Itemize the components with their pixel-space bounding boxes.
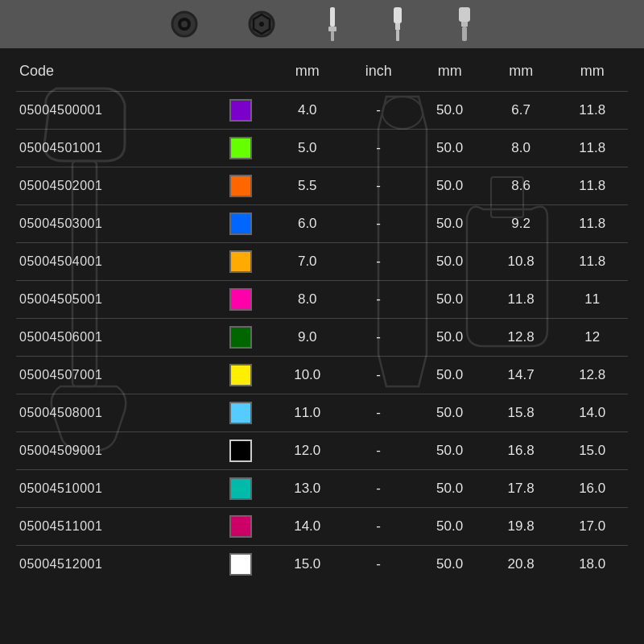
cell-inch: - bbox=[343, 243, 414, 281]
cell-mm4: 15.0 bbox=[556, 432, 628, 470]
cell-mm3: 19.8 bbox=[485, 508, 557, 546]
cell-mm2: 50.0 bbox=[414, 432, 485, 470]
driver-icon-1 bbox=[324, 7, 341, 41]
color-swatch bbox=[229, 440, 252, 462]
col-inch: inch bbox=[343, 56, 414, 92]
cell-color bbox=[209, 357, 272, 394]
cell-mm1: 12.0 bbox=[272, 432, 344, 470]
cell-mm2: 50.0 bbox=[414, 546, 485, 584]
svg-point-2 bbox=[181, 21, 188, 27]
cell-mm2: 50.0 bbox=[414, 205, 485, 243]
color-swatch bbox=[229, 250, 252, 273]
color-swatch bbox=[229, 213, 252, 235]
cell-mm2: 50.0 bbox=[414, 92, 485, 130]
cell-mm1: 5.5 bbox=[272, 167, 344, 205]
cell-mm3: 8.6 bbox=[485, 167, 557, 205]
tool-icon-4[interactable] bbox=[389, 7, 407, 41]
table-row: 05004508001 11.0 - 50.0 15.8 14.0 bbox=[16, 394, 628, 432]
tool-icon-2[interactable] bbox=[247, 10, 276, 39]
cell-code: 05004508001 bbox=[16, 394, 209, 432]
cell-color bbox=[209, 281, 272, 319]
cell-color bbox=[209, 432, 272, 470]
cell-mm2: 50.0 bbox=[414, 394, 485, 432]
cell-inch: - bbox=[343, 319, 414, 357]
cell-mm3: 11.8 bbox=[485, 281, 557, 319]
cell-inch: - bbox=[343, 508, 414, 546]
cell-code: 05004504001 bbox=[16, 243, 209, 281]
cell-color bbox=[209, 205, 272, 243]
cell-mm3: 8.0 bbox=[485, 130, 557, 167]
cell-mm1: 9.0 bbox=[272, 319, 344, 357]
tool-icon-3[interactable] bbox=[324, 7, 341, 41]
cell-inch: - bbox=[343, 205, 414, 243]
color-swatch bbox=[229, 477, 252, 500]
cell-mm2: 50.0 bbox=[414, 167, 485, 205]
cell-mm2: 50.0 bbox=[414, 243, 485, 281]
cell-inch: - bbox=[343, 394, 414, 432]
table-row: 05004510001 13.0 - 50.0 17.8 16.0 bbox=[16, 470, 628, 508]
cell-mm2: 50.0 bbox=[414, 281, 485, 319]
cell-mm3: 9.2 bbox=[485, 205, 557, 243]
cell-mm4: 11 bbox=[556, 281, 628, 319]
cell-mm4: 16.0 bbox=[556, 470, 628, 508]
color-swatch bbox=[229, 288, 252, 311]
driver-icon-2 bbox=[389, 7, 407, 41]
cell-mm3: 10.8 bbox=[485, 243, 557, 281]
cell-code: 05004511001 bbox=[16, 508, 209, 546]
svg-rect-10 bbox=[395, 23, 400, 30]
cell-inch: - bbox=[343, 92, 414, 130]
cell-code: 05004505001 bbox=[16, 281, 209, 319]
color-swatch bbox=[229, 175, 252, 197]
color-swatch bbox=[229, 553, 252, 576]
cell-color bbox=[209, 319, 272, 357]
cell-mm1: 11.0 bbox=[272, 394, 344, 432]
col-mm1: mm bbox=[272, 56, 344, 92]
table-row: 05004503001 6.0 - 50.0 9.2 11.8 bbox=[16, 205, 628, 243]
table-row: 05004500001 4.0 - 50.0 6.7 11.8 bbox=[16, 92, 628, 130]
cell-code: 05004510001 bbox=[16, 470, 209, 508]
driver-icon-3 bbox=[455, 7, 474, 41]
color-swatch bbox=[229, 364, 252, 386]
color-swatch bbox=[229, 402, 252, 424]
cell-mm2: 50.0 bbox=[414, 508, 485, 546]
cell-mm4: 18.0 bbox=[556, 546, 628, 584]
cell-mm1: 10.0 bbox=[272, 357, 344, 394]
cell-mm3: 17.8 bbox=[485, 470, 557, 508]
cell-code: 05004503001 bbox=[16, 205, 209, 243]
cell-mm4: 14.0 bbox=[556, 394, 628, 432]
hex-socket-icon bbox=[170, 10, 199, 39]
cell-code: 05004500001 bbox=[16, 92, 209, 130]
table-row: 05004506001 9.0 - 50.0 12.8 12 bbox=[16, 319, 628, 357]
cell-color bbox=[209, 243, 272, 281]
cell-inch: - bbox=[343, 470, 414, 508]
cell-mm3: 14.7 bbox=[485, 357, 557, 394]
cell-code: 05004509001 bbox=[16, 432, 209, 470]
cell-mm2: 50.0 bbox=[414, 357, 485, 394]
color-swatch bbox=[229, 326, 252, 349]
table-row: 05004504001 7.0 - 50.0 10.8 11.8 bbox=[16, 243, 628, 281]
cell-color bbox=[209, 92, 272, 130]
cell-mm1: 8.0 bbox=[272, 281, 344, 319]
cell-mm3: 6.7 bbox=[485, 92, 557, 130]
col-mm3: mm bbox=[485, 56, 557, 92]
cell-color bbox=[209, 167, 272, 205]
svg-rect-8 bbox=[331, 31, 334, 41]
cell-mm1: 15.0 bbox=[272, 546, 344, 584]
table-row: 05004512001 15.0 - 50.0 20.8 18.0 bbox=[16, 546, 628, 584]
cell-inch: - bbox=[343, 546, 414, 584]
col-color bbox=[209, 56, 272, 92]
cell-mm1: 13.0 bbox=[272, 470, 344, 508]
cell-code: 05004507001 bbox=[16, 357, 209, 394]
cell-color bbox=[209, 394, 272, 432]
cell-mm4: 12.8 bbox=[556, 357, 628, 394]
cell-inch: - bbox=[343, 357, 414, 394]
svg-rect-11 bbox=[396, 30, 399, 41]
color-swatch bbox=[229, 99, 252, 122]
cell-mm3: 20.8 bbox=[485, 546, 557, 584]
tool-icon-1[interactable] bbox=[170, 10, 199, 39]
tool-icon-5[interactable] bbox=[455, 7, 474, 41]
cell-mm4: 11.8 bbox=[556, 167, 628, 205]
cell-inch: - bbox=[343, 432, 414, 470]
header-toolbar bbox=[0, 0, 644, 48]
cell-color bbox=[209, 470, 272, 508]
